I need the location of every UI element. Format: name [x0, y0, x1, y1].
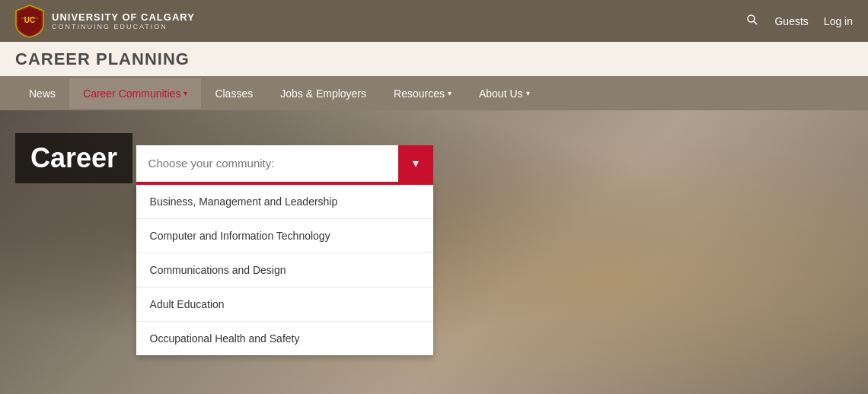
main-nav: News Career Communities ▾ Classes Jobs &…: [0, 76, 868, 110]
sub-header: CAREER PLANNING: [0, 42, 868, 76]
guests-link[interactable]: Guests: [774, 15, 808, 27]
dropdown-option-business[interactable]: Business, Management and Leadership: [136, 185, 433, 219]
dropdown-option-computer[interactable]: Computer and Information Technology: [136, 219, 433, 253]
dropdown-select-row: ▾: [136, 145, 433, 182]
university-name: UNIVERSITY OF CALGARY: [52, 11, 195, 23]
nav-item-news[interactable]: News: [15, 78, 69, 109]
community-dropdown-menu: Business, Management and Leadership Comp…: [136, 182, 433, 355]
dropdown-option-communications[interactable]: Communications and Design: [136, 253, 433, 288]
svg-text:UC: UC: [24, 16, 35, 24]
university-logo-icon: UC: [15, 5, 44, 38]
hero-content: Career ▾ Business, Management and Leader…: [0, 110, 868, 221]
hero-section: Career ▾ Business, Management and Leader…: [0, 110, 868, 394]
nav-item-classes[interactable]: Classes: [201, 78, 266, 109]
logo-text: UNIVERSITY OF CALGARY CONTINUING EDUCATI…: [52, 11, 195, 30]
dropdown-option-adult[interactable]: Adult Education: [136, 288, 433, 322]
nav-item-jobs-employers[interactable]: Jobs & Employers: [266, 78, 380, 109]
chevron-down-icon: ▾: [526, 89, 530, 97]
site-header: UC UNIVERSITY OF CALGARY CONTINUING EDUC…: [0, 0, 868, 42]
header-actions: Guests Log in: [745, 13, 853, 30]
chevron-down-icon: ▾: [448, 89, 452, 97]
university-sub: CONTINUING EDUCATION: [52, 23, 195, 30]
page-title: CAREER PLANNING: [15, 49, 190, 69]
search-icon[interactable]: [745, 13, 759, 30]
dropdown-toggle-button[interactable]: ▾: [398, 145, 433, 182]
chevron-down-icon: ▾: [183, 89, 187, 97]
community-dropdown-container: ▾ Business, Management and Leadership Co…: [136, 145, 433, 182]
logo-area: UC UNIVERSITY OF CALGARY CONTINUING EDUC…: [15, 5, 195, 38]
svg-line-3: [754, 21, 757, 24]
community-select-input[interactable]: [136, 145, 398, 182]
login-link[interactable]: Log in: [824, 15, 853, 27]
nav-item-resources[interactable]: Resources ▾: [380, 78, 465, 109]
hero-badge: Career: [15, 133, 132, 183]
svg-point-2: [748, 15, 755, 22]
nav-item-career-communities[interactable]: Career Communities ▾: [69, 78, 201, 109]
dropdown-option-occupational[interactable]: Occupational Health and Safety: [136, 322, 433, 355]
nav-item-about-us[interactable]: About Us ▾: [465, 78, 544, 109]
chevron-down-icon: ▾: [413, 156, 419, 170]
